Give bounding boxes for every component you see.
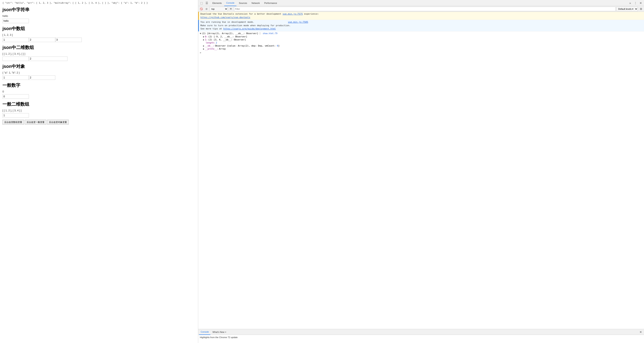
tree-key-1: 1: [205,38,208,41]
deployment-link[interactable]: https://vuejs.org/guide/deployment.html [224,27,276,30]
customize-icon[interactable]: ⋮ [633,0,638,5]
tab-elements[interactable]: Elements [210,0,224,6]
device-icon[interactable]: ☰ [204,0,209,5]
section-value-json-object: { "a": 1, "b": 2 } [2,71,196,74]
input-json-array-0[interactable] [2,37,29,42]
section-title-json-array: json中数组 [2,25,196,32]
main-content: { "str": "hello", "arr": [ 1, 2, 3 ], "m… [0,0,198,343]
section-title-general-2d-array: 一般二维数组 [2,101,196,107]
bottom-content: Highlights from the Chrome 72 update [198,335,644,343]
json-display: { "str": "hello", "arr": [ 1, 2, 3 ], "m… [2,2,196,4]
input-json-string-0[interactable] [2,19,29,23]
section-value-general-2d-array: [ [ 1, 2 ], [ 3, 4 ] ] [2,109,196,112]
clear-console-icon[interactable]: 🚫 [199,7,204,11]
input-general-number-0[interactable] [2,94,29,99]
console-warning-text: Download the Vue Devtools extension for … [200,12,642,19]
tree-arrow-proto[interactable] [203,48,204,50]
section-title-json-string: json中字符串 [2,7,196,13]
input-json-2d-array-0[interactable] [2,56,29,61]
tree-item-1[interactable]: 1: (2) [3, 4, __ob__: Observer] [203,38,642,41]
devtools-more: » ⋮ ✕ [628,0,643,5]
bottom-tab-console[interactable]: Console [199,329,210,335]
section-json-object: json中对象 { "a": 1, "b": 2 } [2,63,196,80]
console-info-text: You are running Vue in development mode.… [200,20,642,31]
tree-root-label: (2) [Array(2), Array(2), __ob__: Observe… [202,32,258,35]
tree-arrow-root[interactable] [200,32,201,34]
close-devtools-icon[interactable]: ✕ [638,0,643,5]
section-title-json-object: json中对象 [2,63,196,69]
input-json-array-1[interactable] [29,37,55,42]
input-row-json-object [2,75,196,80]
input-json-2d-array-1[interactable] [29,56,68,61]
tree-root[interactable]: (2) [Array(2), Array(2), __ob__: Observe… [200,32,642,35]
tree-val-ob: Observer {value: Array(2), dep: Dep, vmC… [215,44,280,47]
tree-item-ob[interactable]: __ob__: Observer {value: Array(2), dep: … [203,44,642,47]
tree-children: 0: (2) [-9, 2, __ob__: Observer] 1: (2) … [203,35,642,50]
tree-arrow-1[interactable] [203,39,204,41]
input-row-general-2d-array [2,113,196,118]
vue-devtools-url[interactable]: https://github.com/vuejs/vue-devtools [200,16,250,19]
devtools-bottom: Console What's New × ✕ Highlights from t… [198,329,644,343]
console-message-info: You are running Vue in development mode.… [198,20,644,31]
bottom-tab-whats-new[interactable]: What's New × [211,329,228,335]
tree-item-0[interactable]: 0: (2) [-9, 2, __ob__: Observer] [203,35,642,38]
input-row-general-number [2,94,196,99]
section-title-general-number: 一般数字 [2,82,196,88]
tree-key-length: length: [206,41,215,44]
tree-key-0: 0: [205,35,208,38]
tree-key-proto: __proto__: [205,47,218,50]
tree-item-proto[interactable]: __proto__: Array [203,47,642,50]
input-json-object-0[interactable] [2,75,29,80]
console-message-warning: Download the Vue Devtools extension for … [198,12,644,20]
console-filter-input[interactable] [234,7,616,11]
section-value-json-array: [ 1, 2, 3 ] [2,33,196,36]
input-json-object-1[interactable] [29,75,55,80]
devtools-panel: ⬚ ☰ Elements Console Sources Network Per… [198,0,644,343]
section-value-json-string: hello [2,14,196,17]
eye-icon[interactable]: 👁 [229,7,233,11]
block-icon[interactable]: ⊘ [204,7,209,11]
context-selector[interactable]: top [210,7,228,11]
section-json-2d-array: json中二维数组 [ [ 1, 2 ], [ 3, 4 ], [ ] ] [2,44,196,61]
vue-devtools-link-1[interactable]: vue.min.js:7575 [282,12,303,15]
input-general-2d-array-0[interactable] [2,113,29,118]
tree-arrow-ob[interactable] [203,45,204,47]
input-row-json-array [2,37,196,42]
devtools-icons-left: ⬚ ☰ [199,0,209,5]
section-json-string: json中字符串 hello [2,7,196,23]
section-value-general-number: 0 [2,90,196,93]
section-general-number: 一般数字 0 [2,82,196,99]
tree-val-0: (2) [-9, 2, __ob__: Observer] [208,35,247,38]
tree-item-length: length: 2 [203,41,642,44]
input-row-json-2d-array [2,56,196,61]
devtools-tab-bar: ⬚ ☰ Elements Console Sources Network Per… [198,0,644,6]
tree-val-1: (2) [3, 4, __ob__: Observer] [208,38,246,41]
more-tabs-button[interactable]: » [628,0,632,5]
bottom-tab-bar: Console What's New × ✕ [198,329,644,335]
tree-key-ob: __ob__: [205,44,214,47]
tab-network[interactable]: Network [250,0,262,6]
inspect-icon[interactable]: ⬚ [199,0,204,5]
tab-console[interactable]: Console [224,0,236,6]
section-value-json-2d-array: [ [ 1, 2 ], [ 3, 4 ], [ ] ] [2,52,196,55]
console-settings-icon[interactable]: ⚙ [639,7,643,11]
button-row: 后台改变数组变量 后台改变一般变量 后台改变对象变量 [2,120,196,125]
input-json-array-2[interactable] [55,37,82,42]
console-output: Download the Vue Devtools extension for … [198,12,644,329]
bottom-close-button[interactable]: ✕ [638,330,643,335]
console-prompt[interactable] [198,51,644,55]
btn-change-array[interactable]: 后台改变数组变量 [2,120,24,125]
tree-info-icon: ⓘ [259,32,261,35]
tab-sources[interactable]: Sources [237,0,249,6]
btn-change-general[interactable]: 后台改变一般变量 [25,120,46,125]
tab-performance[interactable]: Performance [262,0,279,6]
tree-arrow-0[interactable] [203,35,204,38]
section-json-array: json中数组 [ 1, 2, 3 ] [2,25,196,42]
vue-min-link[interactable]: vue.min.js:7585 [288,21,308,23]
btn-change-object[interactable]: 后台改变对象变量 [47,120,69,125]
section-title-json-2d-array: json中二维数组 [2,44,196,51]
tree-val-proto: Array [219,47,226,50]
console-toolbar: 🚫 ⊘ top 👁 Default levels ▾ ⚙ [198,6,644,12]
tree-source: show.html:79 [263,32,277,34]
log-levels-selector[interactable]: Default levels ▾ [616,7,638,11]
